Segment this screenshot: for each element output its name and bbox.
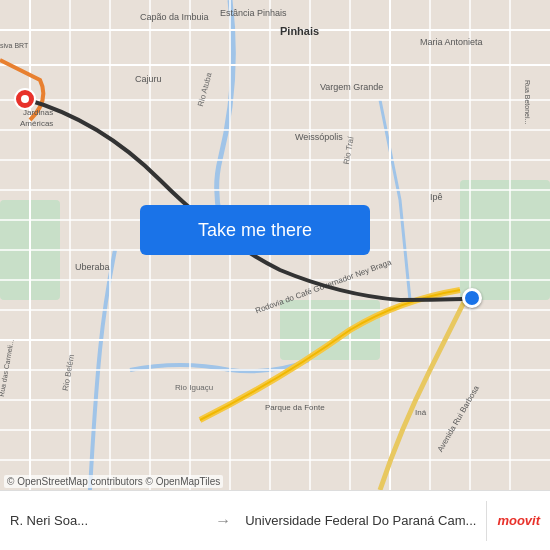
- svg-text:Parque da Fonte: Parque da Fonte: [265, 403, 325, 412]
- route-arrow: →: [211, 512, 235, 530]
- destination-marker: [462, 288, 482, 308]
- take-me-there-button[interactable]: Take me there: [140, 205, 370, 255]
- from-section: R. Neri Soa...: [0, 509, 211, 532]
- moovit-logo: moovit: [487, 513, 550, 528]
- svg-text:Rua Betonei...: Rua Betonei...: [524, 80, 531, 124]
- svg-rect-2: [460, 180, 550, 300]
- svg-text:Rio Iguaçu: Rio Iguaçu: [175, 383, 213, 392]
- map-attribution: © OpenStreetMap contributors © OpenMapTi…: [4, 475, 223, 488]
- to-value: Universidade Federal Do Paraná Cam...: [245, 513, 476, 528]
- svg-text:Américas: Américas: [20, 119, 53, 128]
- svg-text:siva BRT: siva BRT: [0, 42, 29, 49]
- svg-rect-1: [280, 300, 380, 360]
- svg-text:Estância Pinhais: Estância Pinhais: [220, 8, 287, 18]
- svg-text:Vargem Grande: Vargem Grande: [320, 82, 383, 92]
- svg-point-55: [21, 95, 29, 103]
- svg-text:Uberaba: Uberaba: [75, 262, 110, 272]
- svg-text:Weissópolis: Weissópolis: [295, 132, 343, 142]
- svg-text:Cajuru: Cajuru: [135, 74, 162, 84]
- svg-text:Capão da Imbuia: Capão da Imbuia: [140, 12, 209, 22]
- from-value: R. Neri Soa...: [10, 513, 201, 528]
- svg-text:Ipê: Ipê: [430, 192, 443, 202]
- origin-marker: [14, 88, 36, 110]
- svg-text:Maria Antonieta: Maria Antonieta: [420, 37, 483, 47]
- bottom-bar: R. Neri Soa... → Universidade Federal Do…: [0, 490, 550, 550]
- to-section: Universidade Federal Do Paraná Cam...: [235, 509, 486, 532]
- map-container: Capão da Imbuia Estância Pinhais Pinhais…: [0, 0, 550, 490]
- moovit-text: moovit: [497, 513, 540, 528]
- svg-text:Pinhais: Pinhais: [280, 25, 319, 37]
- svg-text:Iná: Iná: [415, 408, 427, 417]
